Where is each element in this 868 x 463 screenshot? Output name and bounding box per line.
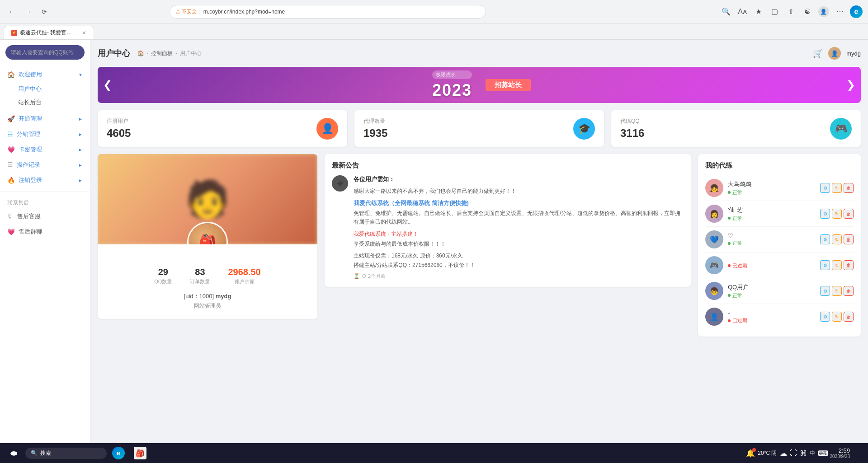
coach-delete-btn-1[interactable]: 🗑 <box>844 209 854 219</box>
breadcrumb-home-icon[interactable]: 🏠 <box>137 50 144 56</box>
sidebar-item-after-sale[interactable]: 🎙 售后客服 <box>0 209 90 224</box>
user-avatar[interactable]: 👤 <box>828 47 841 60</box>
coach-refresh-btn-2[interactable]: ↻ <box>832 234 842 244</box>
announcement-time: ⏳ ⏱ 2个月前 <box>354 273 684 280</box>
collections-btn[interactable]: ▢ <box>769 5 781 18</box>
card-password-label: 卡密管理 <box>19 145 42 154</box>
app-container: 🏠 欢迎使用 ▼ 用户中心 站长后台 🚀 开通管理 ► ☷ 分销管理 <box>0 40 868 463</box>
sidebar-item-operation-log[interactable]: ☰ 操作记录 ► <box>0 157 90 173</box>
notification-badge[interactable]: 🔔 <box>746 449 755 458</box>
keyboard-icon: ⌨ <box>818 449 828 458</box>
home-icon: 🏠 <box>7 71 15 78</box>
security-warning: △ 不安全 <box>175 8 197 15</box>
sidebar-item-card-password[interactable]: 💗 卡密管理 ► <box>0 142 90 157</box>
show-desktop-btn[interactable] <box>852 447 864 459</box>
qq-value: 3116 <box>620 127 644 140</box>
sidebar-item-user-center[interactable]: 用户中心 <box>0 82 90 96</box>
price-text: 主站现价仅需：168元/永久 原价：360元/永久 <box>354 252 684 260</box>
stats-row: 注册用户 4605 👤 代理数量 1935 🎓 代练QQ 3116 🎮 <box>98 110 861 147</box>
registered-label: 注册用户 <box>107 117 131 125</box>
share-btn[interactable]: ⇧ <box>785 5 797 18</box>
profile-stat-qq: 29 QQ数量 <box>154 267 172 285</box>
coach-status-2: 正常 <box>728 240 816 247</box>
sidebar-item-distribution[interactable]: ☷ 分销管理 ► <box>0 126 90 142</box>
coach-refresh-btn-1[interactable]: ↻ <box>832 209 842 219</box>
forward-button[interactable]: → <box>22 5 34 18</box>
favorites-btn[interactable]: ★ <box>752 5 765 18</box>
profile-role: 网站管理员 <box>107 302 308 310</box>
banner-sub-text: 极限成长 <box>432 70 472 79</box>
active-tab[interactable]: ⚡ 极速云代挂- 我爱官网 - 我 ✕ <box>4 26 94 39</box>
coach-refresh-btn-4[interactable]: ↻ <box>832 286 842 296</box>
coach-delete-btn-5[interactable]: 🗑 <box>844 312 854 322</box>
more-btn[interactable]: ⋯ <box>834 5 846 18</box>
coach-avatar-1: 👩 <box>705 205 723 223</box>
extensions-btn[interactable]: ☯ <box>801 5 814 18</box>
profile-stat-balance: 2968.50 账户余额 <box>228 267 260 285</box>
address-bar[interactable]: △ 不安全 | m.coybr.cn/index.php?mod=home <box>170 5 486 19</box>
announcement-card: 最新公告 🖤 各位用户需知： 感谢大家一路以来的不离不弃，我们也会尽自己的能力做… <box>325 154 691 287</box>
coach-settings-btn-4[interactable]: ⚙ <box>820 286 830 296</box>
chevron-down-icon: ▼ <box>78 72 83 77</box>
edge-icon: e <box>850 5 863 18</box>
font-btn[interactable]: Aᴀ <box>736 5 749 18</box>
coach-delete-btn-4[interactable]: 🗑 <box>844 286 854 296</box>
banner-next-btn[interactable]: ❯ <box>846 79 855 91</box>
coach-avatar-5: 👤 <box>705 308 723 326</box>
coach-item-0: 👧 大鸟鸡鸡 正常 ⚙ ↻ 🗑 <box>705 175 854 201</box>
taskbar-unknown-app[interactable]: 🎒 <box>130 443 150 463</box>
card-icon: 💗 <box>7 146 15 153</box>
site-build-title: 我爱代练系统 - 主站搭建！ <box>354 230 684 238</box>
sidebar-item-open-management[interactable]: 🚀 开通管理 ► <box>0 111 90 126</box>
coach-info-3: 已过期 <box>728 262 816 269</box>
sidebar-item-site-backend[interactable]: 站长后台 <box>0 96 90 109</box>
qq-search-input[interactable] <box>5 45 85 60</box>
sidebar-item-after-group[interactable]: 💗 售后群聊 <box>0 224 90 239</box>
lang-indicator: 中 <box>810 449 815 457</box>
coach-refresh-btn-5[interactable]: ↻ <box>832 312 842 322</box>
headset-icon: 🎙 <box>7 213 14 220</box>
banner-prev-btn[interactable]: ❮ <box>103 79 112 91</box>
coach-refresh-btn-0[interactable]: ↻ <box>832 183 842 193</box>
distribution-label: 分销管理 <box>17 130 40 138</box>
refresh-button[interactable]: ⟳ <box>38 5 51 18</box>
sidebar-search-area <box>0 40 90 65</box>
search-icon-btn[interactable]: 🔍 <box>720 5 732 18</box>
announcement-para1: 感谢大家一路以来的不离不弃，我们也会尽自己的能力做到更好！！ <box>354 187 684 196</box>
page-title: 用户中心 <box>98 48 130 59</box>
taskbar-search[interactable]: 🔍 搜索 <box>25 448 107 459</box>
chat-icon: 💗 <box>7 228 15 235</box>
coach-delete-btn-0[interactable]: 🗑 <box>844 183 854 193</box>
coach-settings-btn-0[interactable]: ⚙ <box>820 183 830 193</box>
tab-close[interactable]: ✕ <box>82 30 86 36</box>
coach-name-1: '仙 芝' <box>728 206 816 214</box>
cart-icon[interactable]: 🛒 <box>813 48 823 58</box>
profile-body: 29 QQ数量 83 订单数量 2968.50 账户余额 <box>98 244 317 319</box>
taskbar-edge-app[interactable]: e <box>108 443 128 463</box>
profile-btn[interactable]: 👤 <box>817 5 830 18</box>
sidebar-item-welcome[interactable]: 🏠 欢迎使用 ▼ <box>0 67 90 82</box>
breadcrumb-control[interactable]: 控制面板 <box>151 50 173 57</box>
profile-stats: 29 QQ数量 83 订单数量 2968.50 账户余额 <box>107 267 308 285</box>
taskbar-time-display: 2:59 2023/9/23 <box>830 447 850 459</box>
balance-value: 2968.50 <box>228 267 260 277</box>
tab-bar: ⚡ 极速云代挂- 我爱官网 - 我 ✕ <box>0 23 868 40</box>
start-button[interactable]: ⬬ <box>4 446 24 460</box>
coach-settings-btn-1[interactable]: ⚙ <box>820 209 830 219</box>
logout-icon: 🔥 <box>7 177 15 184</box>
coach-delete-btn-3[interactable]: 🗑 <box>844 260 854 270</box>
coach-refresh-btn-3[interactable]: ↻ <box>832 260 842 270</box>
shield-icon: ⛶ <box>790 449 797 457</box>
open-management-label: 开通管理 <box>19 115 42 123</box>
chevron-right-icon5: ► <box>78 178 83 183</box>
coach-delete-btn-2[interactable]: 🗑 <box>844 234 854 244</box>
left-column: 🧑 🎒 29 QQ数量 <box>98 154 317 337</box>
sidebar-item-logout[interactable]: 🔥 注销登录 ► <box>0 173 90 188</box>
coach-settings-btn-3[interactable]: ⚙ <box>820 260 830 270</box>
operation-log-label: 操作记录 <box>17 161 40 169</box>
coach-settings-btn-2[interactable]: ⚙ <box>820 234 830 244</box>
coach-settings-btn-5[interactable]: ⚙ <box>820 312 830 322</box>
qq-count-label: QQ数量 <box>154 278 172 285</box>
back-button[interactable]: ← <box>5 5 18 18</box>
coach-actions-3: ⚙ ↻ 🗑 <box>820 260 854 270</box>
